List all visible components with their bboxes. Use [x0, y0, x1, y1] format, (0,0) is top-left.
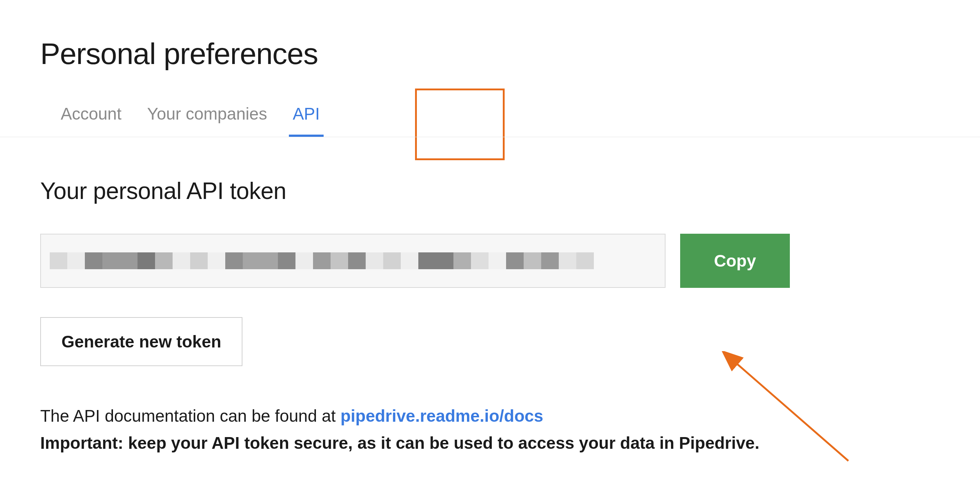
important-note: Important: keep your API token secure, a…: [40, 433, 759, 452]
tab-your-companies[interactable]: Your companies: [147, 93, 267, 137]
token-row: Copy: [40, 234, 940, 288]
api-docs-link[interactable]: pipedrive.readme.io/docs: [340, 406, 543, 425]
generate-new-token-button[interactable]: Generate new token: [40, 317, 242, 366]
api-token-field[interactable]: [40, 234, 665, 288]
highlight-box-annotation: [415, 89, 504, 160]
section-heading: Your personal API token: [40, 177, 940, 205]
tab-account[interactable]: Account: [61, 93, 121, 137]
copy-button[interactable]: Copy: [680, 234, 790, 288]
tabs: Account Your companies API: [40, 93, 940, 137]
page-title: Personal preferences: [40, 37, 940, 71]
tab-api[interactable]: API: [293, 93, 320, 137]
redacted-token-value: [50, 241, 656, 281]
info-text: The API documentation can be found at pi…: [40, 403, 940, 456]
doc-prefix: The API documentation can be found at: [40, 406, 340, 425]
